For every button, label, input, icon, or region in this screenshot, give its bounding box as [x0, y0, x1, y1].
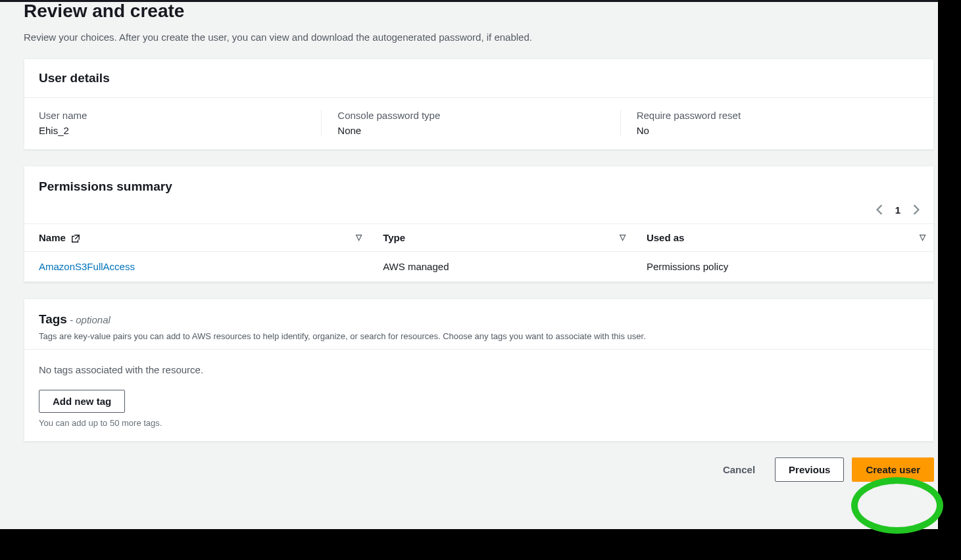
cancel-button[interactable]: Cancel — [711, 457, 767, 482]
col-header-usedas[interactable]: Used as ▽ — [633, 223, 933, 251]
table-row: AmazonS3FullAccess AWS managed Permissio… — [24, 251, 933, 281]
col-header-name-label: Name — [39, 232, 66, 243]
permissions-heading: Permissions summary — [39, 179, 919, 194]
pagination-current: 1 — [895, 204, 900, 216]
password-type-label: Console password type — [337, 110, 606, 121]
col-header-usedas-label: Used as — [647, 232, 685, 243]
user-details-panel: User details User name Ehis_2 Console pa… — [24, 58, 934, 150]
tags-panel: Tags - optional Tags are key-value pairs… — [24, 298, 934, 442]
tags-optional-label: - optional — [67, 314, 111, 325]
chevron-right-icon[interactable] — [912, 204, 920, 215]
add-tag-button[interactable]: Add new tag — [39, 390, 125, 413]
tags-heading: Tags — [39, 312, 67, 326]
policy-usedas: Permissions policy — [633, 251, 933, 281]
page-title: Review and create — [24, 0, 934, 22]
external-link-icon — [71, 234, 80, 243]
permissions-panel: Permissions summary 1 Name — [24, 166, 934, 283]
pagination: 1 — [24, 199, 933, 223]
require-reset-label: Require password reset — [637, 110, 906, 121]
filter-icon[interactable]: ▽ — [356, 233, 362, 242]
col-header-name[interactable]: Name ▽ — [24, 223, 370, 251]
tags-description: Tags are key-value pairs you can add to … — [39, 331, 919, 342]
footer-actions: Cancel Previous Create user — [24, 457, 934, 486]
previous-button[interactable]: Previous — [775, 457, 844, 482]
filter-icon[interactable]: ▽ — [620, 233, 626, 242]
password-type-value: None — [337, 125, 606, 136]
require-reset-value: No — [637, 125, 906, 136]
chevron-left-icon[interactable] — [875, 204, 883, 215]
user-name-label: User name — [39, 110, 308, 121]
create-user-button[interactable]: Create user — [852, 457, 934, 482]
page-subtitle: Review your choices. After you create th… — [24, 32, 934, 43]
user-name-value: Ehis_2 — [39, 125, 308, 136]
policy-type: AWS managed — [370, 251, 633, 281]
filter-icon[interactable]: ▽ — [920, 233, 925, 242]
tags-empty-message: No tags associated with the resource. — [39, 364, 919, 375]
tags-limit-hint: You can add up to 50 more tags. — [39, 418, 919, 428]
policy-link[interactable]: AmazonS3FullAccess — [39, 261, 135, 272]
permissions-table: Name ▽ Type ▽ Used as ▽ — [24, 223, 933, 282]
user-details-heading: User details — [39, 71, 919, 85]
col-header-type[interactable]: Type ▽ — [370, 223, 633, 251]
col-header-type-label: Type — [383, 232, 405, 243]
